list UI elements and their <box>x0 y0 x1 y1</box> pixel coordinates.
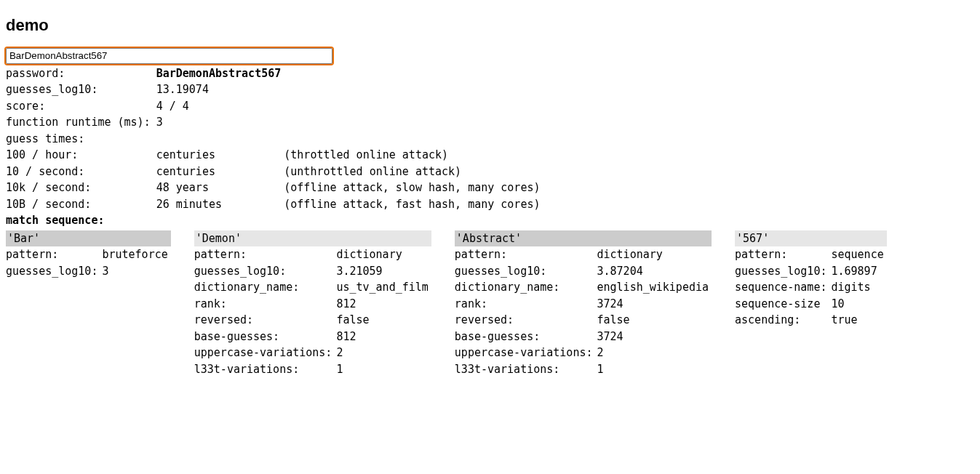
match-val: 3724 <box>597 296 712 313</box>
match-token: 'Demon' <box>194 230 431 247</box>
match-key: l33t-variations: <box>455 361 597 378</box>
match-val: 3 <box>102 263 170 280</box>
match-val: 1 <box>336 361 431 378</box>
page-title: demo <box>6 13 974 37</box>
match-val: 2 <box>597 345 712 361</box>
match-key: rank: <box>194 296 337 313</box>
match-sequence-label: match sequence: <box>6 212 543 229</box>
match-key: reversed: <box>455 312 597 329</box>
password-input[interactable] <box>6 48 332 64</box>
guess-time-time: 26 minutes <box>156 196 284 213</box>
match-token: 'Abstract' <box>455 230 712 247</box>
match-val: digits <box>831 279 886 296</box>
guess-time-desc: (throttled online attack) <box>284 147 543 164</box>
match-val: 812 <box>336 329 431 345</box>
match-key: uppercase-variations: <box>194 345 337 361</box>
match-val: 1.69897 <box>831 263 886 280</box>
match-key: ascending: <box>735 312 831 329</box>
guesses-log10-label: guesses_log10: <box>6 81 156 98</box>
guess-time-row: 10B / second: 26 minutes (offline attack… <box>6 196 543 213</box>
guess-time-desc: (unthrottled online attack) <box>284 164 543 180</box>
match-val: 1 <box>597 361 712 378</box>
match-val: 3724 <box>597 329 712 345</box>
guess-time-desc: (offline attack, slow hash, many cores) <box>284 180 543 196</box>
match-val: bruteforce <box>102 246 170 263</box>
match-key: sequence-name: <box>735 279 831 296</box>
match-val: 10 <box>831 296 886 313</box>
guess-time-rate: 10k / second: <box>6 180 156 196</box>
match-val: english_wikipedia <box>597 279 712 296</box>
match-token: '567' <box>735 230 887 247</box>
match-key: pattern: <box>6 246 102 263</box>
match-val: sequence <box>831 246 886 263</box>
match-val: true <box>831 312 886 329</box>
runtime-value: 3 <box>156 114 284 131</box>
match-token: 'Bar' <box>6 230 171 247</box>
password-value: BarDemonAbstract567 <box>156 65 284 82</box>
match-val: 2 <box>336 345 431 361</box>
guess-time-rate: 10 / second: <box>6 164 156 180</box>
match-block: 'Demon' pattern:dictionary guesses_log10… <box>194 230 431 378</box>
match-val: 3.21059 <box>336 263 431 280</box>
match-block: 'Bar' pattern:bruteforce guesses_log10:3 <box>6 230 171 378</box>
guess-time-time: centuries <box>156 147 284 164</box>
match-key: base-guesses: <box>194 329 337 345</box>
password-label: password: <box>6 65 156 82</box>
guess-time-row: 10k / second: 48 years (offline attack, … <box>6 180 543 196</box>
match-key: reversed: <box>194 312 337 329</box>
match-key: guesses_log10: <box>455 263 597 280</box>
match-val: dictionary <box>597 246 712 263</box>
match-val: us_tv_and_film <box>336 279 431 296</box>
match-val: dictionary <box>336 246 431 263</box>
match-key: pattern: <box>735 246 831 263</box>
match-val: false <box>336 312 431 329</box>
match-key: pattern: <box>194 246 337 263</box>
score-value: 4 / 4 <box>156 98 284 115</box>
match-block: 'Abstract' pattern:dictionary guesses_lo… <box>455 230 712 378</box>
match-key: dictionary_name: <box>194 279 337 296</box>
guess-time-time: 48 years <box>156 180 284 196</box>
match-block: '567' pattern:sequence guesses_log10:1.6… <box>735 230 887 378</box>
guesses-log10-value: 13.19074 <box>156 81 284 98</box>
runtime-label: function runtime (ms): <box>6 114 156 131</box>
guess-time-desc: (offline attack, fast hash, many cores) <box>284 196 543 213</box>
match-key: rank: <box>455 296 597 313</box>
guess-time-time: centuries <box>156 164 284 180</box>
match-key: sequence-size <box>735 296 831 313</box>
match-key: guesses_log10: <box>194 263 337 280</box>
match-key: guesses_log10: <box>735 263 831 280</box>
guess-time-rate: 100 / hour: <box>6 147 156 164</box>
match-val: 812 <box>336 296 431 313</box>
guess-times-label: guess times: <box>6 131 543 148</box>
match-key: uppercase-variations: <box>455 345 597 361</box>
guess-time-row: 10 / second: centuries (unthrottled onli… <box>6 164 543 180</box>
match-key: guesses_log10: <box>6 263 102 280</box>
match-key: pattern: <box>455 246 597 263</box>
guess-time-rate: 10B / second: <box>6 196 156 213</box>
guess-time-row: 100 / hour: centuries (throttled online … <box>6 147 543 164</box>
match-key: dictionary_name: <box>455 279 597 296</box>
match-val: 3.87204 <box>597 263 712 280</box>
match-key: l33t-variations: <box>194 361 337 378</box>
summary-table: password: BarDemonAbstract567 guesses_lo… <box>6 65 543 229</box>
match-sequence: 'Bar' pattern:bruteforce guesses_log10:3… <box>6 230 974 378</box>
score-label: score: <box>6 98 156 115</box>
match-key: base-guesses: <box>455 329 597 345</box>
match-val: false <box>597 312 712 329</box>
